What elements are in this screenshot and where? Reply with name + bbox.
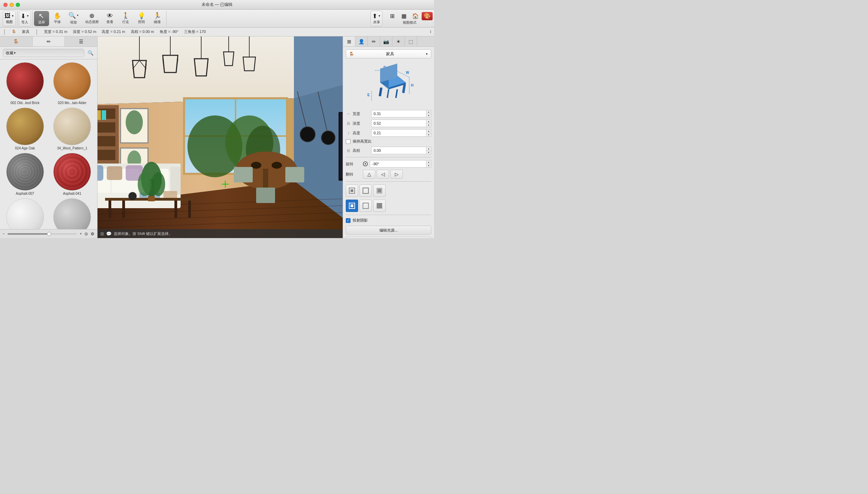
- elevation-stepper[interactable]: ▲ ▼: [426, 147, 431, 154]
- width-input[interactable]: 0.31: [371, 110, 426, 117]
- width-value: 0.31: [374, 112, 381, 116]
- search-dropdown[interactable]: 收藏 ▼: [3, 49, 84, 57]
- rotation-label: 旋转: [346, 161, 363, 167]
- light-button[interactable]: 💡 照明: [134, 11, 149, 26]
- edit-light-label: 编辑光源...: [379, 228, 398, 233]
- maximize-button[interactable]: [16, 3, 20, 7]
- list-item[interactable]: 34_Wool_Pattern_1: [50, 108, 95, 150]
- svg-point-81: [138, 172, 151, 196]
- list-item[interactable]: Brick 09: [50, 198, 95, 229]
- viewmode-4-button[interactable]: 🎨: [422, 12, 433, 20]
- snap-button-2[interactable]: [359, 184, 372, 197]
- width-stepper-up[interactable]: ▲: [426, 110, 431, 114]
- rotation-stepper[interactable]: ▲ ▼: [426, 160, 431, 168]
- svg-text:H: H: [411, 83, 413, 87]
- share-button[interactable]: ⬆ ▼ 共享: [370, 11, 382, 26]
- canvas-area[interactable]: ⊞ 💬 选择对象。按 Shift 键以扩展选择。: [98, 36, 343, 238]
- depth-stepper[interactable]: ▲ ▼: [426, 120, 431, 127]
- actual-size-icon[interactable]: ⊙: [84, 232, 88, 236]
- infobar-triangles: 三角形 = 170: [184, 29, 206, 34]
- import-dropdown-button[interactable]: ⬇ ▼ 导入: [19, 11, 31, 26]
- width-stepper[interactable]: ▲ ▼: [426, 110, 431, 117]
- height-stepper-down[interactable]: ▼: [426, 133, 431, 137]
- keep-ratio-checkbox[interactable]: [346, 139, 351, 144]
- list-item[interactable]: Blue: [3, 198, 47, 229]
- viewmode-1-icon: ⊞: [390, 13, 395, 19]
- snap-button-4[interactable]: [346, 200, 358, 212]
- rotation-dial[interactable]: [363, 161, 368, 166]
- rp-tab-camera[interactable]: 📷: [380, 36, 392, 46]
- list-item[interactable]: Asphalt-041: [50, 153, 95, 195]
- width-row: ↔ 宽度 0.31 ▲ ▼: [346, 110, 431, 117]
- zoom-in-icon[interactable]: +: [80, 232, 82, 236]
- flip-vertical-button[interactable]: △: [363, 170, 375, 179]
- svg-point-75: [272, 162, 282, 169]
- list-item[interactable]: Asphalt-007: [3, 153, 47, 195]
- snap-grid-2: [346, 200, 431, 212]
- select-button[interactable]: ↖ 选择: [34, 11, 49, 26]
- settings-icon[interactable]: ⚙: [91, 232, 94, 236]
- walk-button[interactable]: 🚶 行走: [118, 11, 133, 26]
- collision-button[interactable]: 🏃 碰撞: [150, 11, 165, 26]
- rp-tab-sun[interactable]: ☀: [392, 36, 405, 46]
- list-item[interactable]: 024 Age Oak: [3, 108, 47, 150]
- material-ball-blue: [6, 198, 44, 229]
- svg-rect-116: [377, 203, 382, 209]
- sidebar-tab-list[interactable]: ☰: [65, 36, 97, 46]
- type-display-button[interactable]: 类型和表示...: [346, 237, 431, 238]
- rotation-stepper-down[interactable]: ▼: [426, 164, 431, 168]
- minimize-button[interactable]: [10, 3, 14, 7]
- look-icon: 👁: [107, 13, 113, 19]
- cast-shadow-checkbox[interactable]: ✓: [346, 218, 351, 223]
- pan-button[interactable]: ✋ 平移: [50, 11, 65, 26]
- infobar-width: 宽度 = 0.31 m: [44, 29, 67, 34]
- elevation-input[interactable]: 0.00: [371, 147, 426, 154]
- viewmode-label: 视图模式: [403, 20, 416, 25]
- viewmode-2-button[interactable]: ▦: [398, 12, 409, 20]
- zoom-out-icon[interactable]: −: [3, 232, 5, 236]
- orbit-button[interactable]: ⊕ 动态观察: [82, 11, 102, 26]
- sidebar-tab-edit[interactable]: ✏: [33, 36, 65, 46]
- flip-other-button[interactable]: ▷: [390, 170, 403, 179]
- depth-stepper-up[interactable]: ▲: [426, 120, 431, 124]
- elevation-stepper-up[interactable]: ▲: [426, 147, 431, 151]
- close-button[interactable]: [3, 3, 8, 7]
- height-stepper[interactable]: ▲ ▼: [426, 129, 431, 137]
- width-stepper-down[interactable]: ▼: [426, 114, 431, 117]
- list-item[interactable]: 020 Mo...tain Alder: [50, 62, 95, 105]
- viewmode-3-icon: 🏠: [412, 13, 419, 19]
- svg-rect-40: [98, 150, 115, 160]
- list-item[interactable]: 002 Old...ked Brick: [3, 62, 47, 105]
- sidebar-search-bar: 收藏 ▼ 🔍: [0, 47, 97, 59]
- snap-button-5[interactable]: [359, 200, 372, 212]
- viewmode-1-button[interactable]: ⊞: [387, 12, 398, 20]
- depth-input[interactable]: 0.52: [371, 120, 426, 127]
- sidebar-tab-furniture[interactable]: 🪑: [0, 36, 33, 46]
- rp-tab-properties[interactable]: ⊞: [343, 36, 355, 46]
- rotation-stepper-up[interactable]: ▲: [426, 160, 431, 164]
- height-stepper-up[interactable]: ▲: [426, 130, 431, 133]
- rp-tab-edit[interactable]: ✏: [368, 36, 380, 46]
- snap-button-3[interactable]: [373, 184, 386, 197]
- rp-tab-person[interactable]: 👤: [355, 36, 368, 46]
- svg-rect-39: [98, 136, 115, 146]
- snap-button-6[interactable]: [373, 200, 386, 212]
- edit-light-button[interactable]: 编辑光源...: [346, 226, 431, 235]
- 3d-preview: D W H E: [346, 62, 431, 106]
- elevation-stepper-down[interactable]: ▼: [426, 151, 431, 154]
- flip-horizontal-button[interactable]: ◁: [377, 170, 389, 179]
- height-input[interactable]: 0.21: [371, 129, 426, 137]
- view-dropdown-button[interactable]: 🖼 ▼ 视图: [3, 11, 16, 26]
- look-button[interactable]: 👁 查看: [102, 11, 117, 26]
- rotation-input[interactable]: -90°: [370, 160, 426, 168]
- search-button[interactable]: 🔍: [86, 49, 94, 57]
- rp-tab-grid[interactable]: ⬚: [405, 36, 417, 46]
- svg-rect-115: [363, 203, 368, 209]
- zoom-button[interactable]: 🔍 ▼ 缩放: [66, 11, 82, 26]
- viewmode-3-button[interactable]: 🏠: [410, 12, 421, 20]
- category-dropdown[interactable]: 🪑 家具 ▼: [346, 49, 431, 58]
- zoom-slider[interactable]: [8, 233, 77, 235]
- info-help-icon[interactable]: ℹ: [430, 30, 431, 34]
- snap-button-1[interactable]: [346, 184, 358, 197]
- depth-stepper-down[interactable]: ▼: [426, 124, 431, 127]
